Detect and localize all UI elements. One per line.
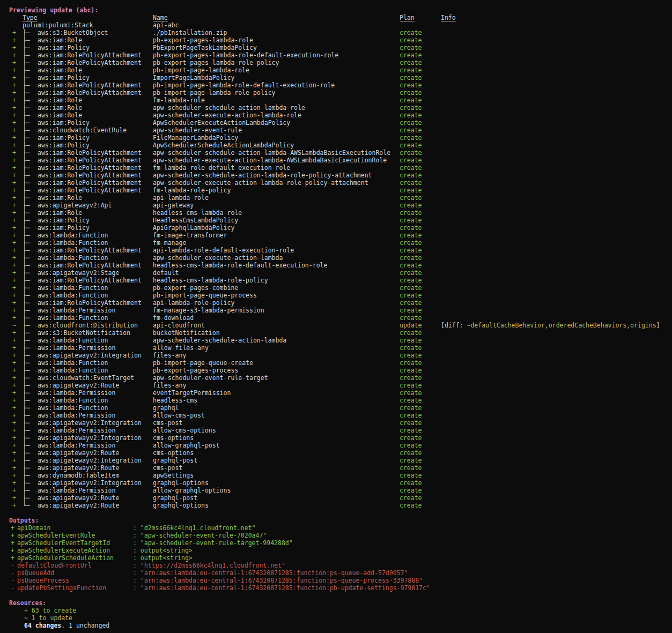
resource-row: + ├─ aws:apigatewayv2:Integration graphq… — [0, 457, 672, 464]
op-glyph: + — [12, 247, 16, 254]
output-value: : "apw-scheduler-event-rule-target-99428… — [133, 539, 293, 547]
tree-glyph: ├─ — [23, 74, 30, 81]
resource-name: api-lambda-role — [153, 194, 209, 202]
op-glyph: + — [12, 29, 16, 36]
resource-row: + ├─ aws:lambda:Permission allow-files-a… — [0, 344, 672, 352]
op-glyph: + — [12, 66, 16, 74]
resource-type: aws:apigatewayv2:Route — [38, 382, 119, 389]
op-glyph: + — [12, 232, 16, 239]
tree-glyph: ├─ — [23, 389, 30, 397]
op-glyph: + — [12, 172, 16, 179]
tree-glyph: ├─ — [23, 472, 30, 479]
op-glyph: + — [12, 179, 16, 187]
tree-glyph: ├─ — [23, 322, 30, 329]
resource-type: aws:iam:Role — [38, 111, 82, 119]
resource-type: aws:iam:RolePolicyAttachment — [38, 179, 142, 187]
resource-type: aws:apigatewayv2:Route — [38, 464, 119, 472]
preview-title-line: Previewing update (abc): — [0, 6, 672, 14]
resource-plan: create — [400, 359, 422, 367]
resource-plan: create — [400, 209, 422, 217]
resource-type: aws:lambda:Permission — [38, 487, 115, 494]
tree-glyph: ├─ — [23, 59, 30, 66]
tree-glyph: ├─ — [23, 44, 30, 51]
resource-type: aws:lambda:Function — [38, 359, 108, 367]
resource-row: + ├─ aws:cloudwatch:EventRule apw-schedu… — [0, 126, 672, 134]
op-glyph: + — [12, 126, 16, 134]
resource-name: allow-graphql-post — [153, 442, 220, 449]
output-key: apwSchedulerEventTargetId — [17, 539, 110, 547]
tree-glyph: └─ — [23, 502, 30, 509]
resource-row: + ├─ aws:lambda:Permission allow-graphql… — [0, 487, 672, 494]
output-row: - psQueueProcess : "arn:aws:lambda:eu-ce… — [0, 577, 672, 584]
resource-row: + ├─ aws:iam:RolePolicyAttachment apw-sc… — [0, 179, 672, 187]
op-glyph: + — [12, 157, 16, 164]
op-glyph: + — [12, 209, 16, 217]
resource-name: apwSettings — [153, 472, 194, 479]
resource-type: aws:iam:RolePolicyAttachment — [38, 172, 142, 179]
resource-type: aws:lambda:Permission — [38, 344, 115, 352]
resource-plan: create — [400, 194, 422, 202]
tree-glyph: ├─ — [23, 119, 30, 126]
op-glyph: + — [12, 464, 16, 472]
op-glyph: + — [12, 149, 16, 157]
op-glyph: + — [12, 449, 16, 457]
resource-type: aws:dynamodb:TableItem — [38, 472, 119, 479]
resource-plan: create — [400, 434, 422, 442]
resource-name: fm-image-transformer — [153, 232, 227, 239]
output-value: : output<string> — [133, 554, 193, 562]
resource-plan: create — [400, 277, 422, 284]
resource-name: headless-cms-lambda-role — [153, 209, 242, 217]
op-glyph: + — [12, 119, 16, 126]
resource-plan: create — [400, 487, 422, 494]
resource-name: fm-lambda-role — [153, 96, 205, 104]
tree-glyph: ├─ — [23, 269, 30, 277]
resource-plan: create — [400, 419, 422, 427]
tree-glyph: ├─ — [23, 412, 30, 419]
outputs-label: Outputs: — [9, 517, 39, 524]
header-name: Name — [153, 14, 168, 21]
resource-type: aws:iam:Role — [38, 36, 82, 44]
resource-row: + ├─ aws:iam:Role api-lambda-role create — [0, 194, 672, 202]
resource-plan: create — [400, 269, 422, 277]
resource-name: graphql-options — [153, 479, 209, 487]
tree-glyph: ├─ — [23, 427, 30, 434]
resource-name: default — [153, 269, 179, 277]
op-glyph: + — [12, 404, 16, 412]
tree-glyph: ├─ — [23, 449, 30, 457]
tree-glyph: ├─ — [23, 359, 30, 367]
op-glyph: + — [12, 487, 16, 494]
tree-glyph: ├─ — [23, 126, 30, 134]
resource-name: ./pbInstallation.zip — [153, 29, 227, 36]
pulumi-preview-terminal: Previewing update (abc): Type Name Plan … — [0, 0, 672, 633]
op-glyph: + — [12, 299, 16, 307]
tree-glyph: ├─ — [23, 299, 30, 307]
resource-plan: create — [400, 382, 422, 389]
resource-row: + ├─ aws:iam:Role apw-scheduler-execute-… — [0, 111, 672, 119]
resource-row: + ├─ aws:lambda:Permission allow-cms-opt… — [0, 427, 672, 434]
resource-type: aws:lambda:Permission — [38, 442, 115, 449]
resource-type: aws:apigatewayv2:Integration — [38, 457, 142, 464]
resource-name: headless-cms-lambda-role-policy — [153, 277, 268, 284]
tree-glyph: ├─ — [23, 89, 30, 96]
tree-glyph: ├─ — [23, 374, 30, 382]
tree-glyph: ├─ — [23, 157, 30, 164]
op-glyph: ~ — [12, 322, 16, 329]
resource-plan: create — [400, 172, 422, 179]
resource-name: graphql-options — [153, 502, 209, 509]
resource-row: + ├─ aws:apigatewayv2:Route graphql-post… — [0, 494, 672, 502]
resource-plan: create — [400, 404, 422, 412]
resource-row: + ├─ aws:lambda:Function apw-scheduler-e… — [0, 254, 672, 262]
op-glyph: + — [12, 269, 16, 277]
op-glyph: + — [12, 374, 16, 382]
blank-line — [0, 509, 672, 517]
op-glyph: + — [12, 187, 16, 194]
outputs-label-line: Outputs: — [0, 517, 672, 524]
resource-name: pb-import-page-queue-process — [153, 292, 257, 299]
resource-type: aws:lambda:Permission — [38, 412, 115, 419]
resource-plan: create — [400, 126, 422, 134]
resource-plan: create — [400, 479, 422, 487]
resource-plan: create — [400, 179, 422, 187]
blank-line — [0, 592, 672, 599]
resource-name: fm-lambda-role-default-execution-role — [153, 164, 290, 172]
tree-glyph: ├─ — [23, 66, 30, 74]
